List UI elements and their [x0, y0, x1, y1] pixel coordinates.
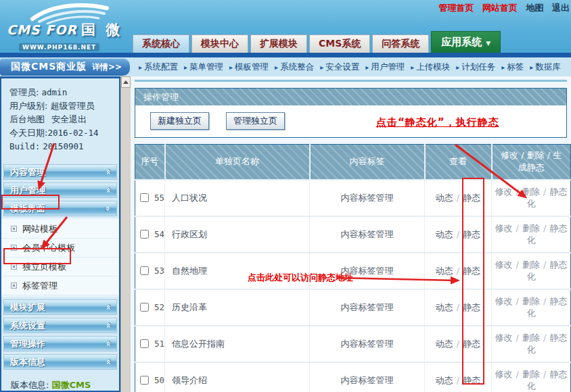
- delete-link[interactable]: 删除: [522, 296, 540, 306]
- edit-link[interactable]: 修改: [495, 223, 513, 233]
- safe-logout-link[interactable]: 安全退出: [51, 114, 87, 124]
- links-line: 后台地图安全退出: [9, 113, 115, 126]
- content-tag-link[interactable]: 内容标签管理: [341, 302, 394, 312]
- separator: /: [457, 302, 459, 312]
- manage-standalone-page-button[interactable]: 管理独立页: [226, 112, 285, 130]
- backend-map-link[interactable]: 后台地图: [9, 114, 45, 124]
- delete-link[interactable]: 删除: [522, 369, 540, 379]
- build-label: Build:: [9, 141, 40, 151]
- subnav-label: 安全设置: [325, 62, 359, 73]
- col-actions: 修改 / 删除 / 生成静态: [492, 145, 571, 180]
- content-tag-link[interactable]: 内容标签管理: [341, 339, 394, 349]
- edition-badge[interactable]: 国微CMS商业版 详情>>: [0, 58, 130, 76]
- table-body: 55 人口状况 内容标签管理 动态/静态 修改/删除/静态化 54 行政区划 内…: [135, 180, 571, 392]
- sidebar-menu-admin-ops[interactable]: 管理操作 »: [3, 336, 117, 351]
- new-standalone-page-button[interactable]: 新建独立页: [150, 112, 209, 130]
- tab-app-system[interactable]: 应用系统▼: [431, 31, 501, 53]
- sidebar-menu-users[interactable]: 用户管理 »: [3, 182, 117, 198]
- page-name: 信息公开指南: [165, 326, 310, 362]
- tab-qa-system[interactable]: 问答系统: [372, 34, 429, 53]
- row-checkbox[interactable]: [140, 193, 149, 202]
- submenu-tag-manage[interactable]: 标签管理: [1, 276, 119, 295]
- view-static-link[interactable]: 静态: [463, 229, 480, 239]
- sidebar-menu-version-info[interactable]: 版本信息 »: [3, 354, 117, 370]
- edit-link[interactable]: 修改: [495, 333, 513, 343]
- menu-label: 模板界面: [10, 203, 45, 215]
- view-dynamic-link[interactable]: 动态: [436, 266, 453, 276]
- site-home-link[interactable]: 网站首页: [482, 3, 518, 13]
- content-tag-link[interactable]: 内容标签管理: [341, 229, 394, 239]
- scroll-up-button[interactable]: [121, 76, 131, 88]
- subnav-label: 上传模块: [416, 62, 450, 73]
- sidebar-menu-content[interactable]: 内容管理 »: [3, 164, 117, 180]
- subnav-user-manage[interactable]: ▸用户管理: [365, 62, 405, 73]
- subnav-upload-module[interactable]: ▸上传模块: [411, 62, 450, 73]
- subnav-label: 系统整合: [280, 62, 314, 73]
- row-number: 51: [154, 339, 164, 349]
- triangle-icon: ▸: [456, 64, 459, 71]
- subnav-menu-manage[interactable]: ▸菜单管理: [184, 62, 223, 73]
- edit-link[interactable]: 修改: [495, 187, 513, 197]
- subnav-template-manage[interactable]: ▸模板管理: [229, 62, 269, 73]
- edit-link[interactable]: 修改: [495, 260, 513, 270]
- delete-link[interactable]: 删除: [522, 187, 540, 197]
- edition-detail-link[interactable]: 详情>>: [92, 62, 122, 73]
- level-value: 超级管理员: [51, 101, 95, 111]
- bullet-square-icon: [11, 264, 17, 270]
- view-dynamic-link[interactable]: 动态: [436, 339, 453, 349]
- tab-module-center[interactable]: 模块中心: [191, 34, 248, 53]
- view-static-link[interactable]: 静态: [463, 193, 480, 203]
- view-static-link[interactable]: 静态: [463, 302, 480, 312]
- subnav-label: 模板管理: [235, 62, 269, 73]
- admin-home-link[interactable]: 管理首页: [438, 3, 474, 13]
- separator: /: [457, 375, 459, 385]
- row-checkbox[interactable]: [140, 303, 149, 312]
- edit-link[interactable]: 修改: [495, 369, 513, 379]
- view-static-link[interactable]: 静态: [463, 339, 480, 349]
- subnav-tags[interactable]: ▸标签: [501, 62, 524, 73]
- view-dynamic-link[interactable]: 动态: [436, 302, 453, 312]
- sitemap-link[interactable]: 地图: [526, 3, 543, 13]
- view-static-link[interactable]: 静态: [463, 266, 480, 276]
- tab-extension-module[interactable]: 扩展模块: [250, 34, 307, 53]
- content-tag-link[interactable]: 内容标签管理: [341, 193, 394, 203]
- col-page-name: 单独页名称: [165, 145, 310, 180]
- view-dynamic-link[interactable]: 动态: [436, 375, 453, 385]
- view-dynamic-link[interactable]: 动态: [436, 193, 453, 203]
- divider-bar: [0, 53, 571, 57]
- caret-down-icon: ▼: [486, 40, 490, 47]
- submenu-member-template[interactable]: 会员中心模板: [1, 239, 119, 258]
- sub-nav: 国微CMS商业版 详情>> ▸系统配置 ▸菜单管理 ▸模板管理 ▸系统整合 ▸安…: [0, 57, 571, 76]
- delete-link[interactable]: 删除: [522, 260, 540, 270]
- body-row: 管理员: admin 用户级别: 超级管理员 后台地图安全退出 今天日期:201…: [0, 76, 571, 392]
- row-checkbox[interactable]: [140, 230, 149, 239]
- view-static-link[interactable]: 静态: [463, 375, 480, 385]
- subnav-security-settings[interactable]: ▸安全设置: [320, 62, 359, 73]
- sidebar-menu-system-settings[interactable]: 系统设置 »: [3, 318, 117, 333]
- view-dynamic-link[interactable]: 动态: [436, 229, 453, 239]
- subnav-system-config[interactable]: ▸系统配置: [139, 62, 178, 73]
- edit-link[interactable]: 修改: [495, 296, 513, 306]
- subnav-system-integrate[interactable]: ▸系统整合: [275, 62, 314, 73]
- submenu-site-template[interactable]: 网站模板: [1, 220, 119, 239]
- separator: /: [516, 260, 519, 270]
- tab-system-core[interactable]: 系统核心: [133, 34, 189, 53]
- logo-site-url: WWW.PHP168.NET: [19, 43, 99, 51]
- sidebar-scrollbar[interactable]: [120, 76, 131, 392]
- row-checkbox[interactable]: [140, 376, 149, 385]
- sidebar-menu-template[interactable]: 模板界面 »: [3, 201, 117, 216]
- row-checkbox[interactable]: [140, 266, 149, 275]
- tab-cms-system[interactable]: CMS系统: [309, 34, 370, 53]
- content-tag-link[interactable]: 内容标签管理: [341, 375, 394, 385]
- sidebar-menu-module-ext[interactable]: 模块扩展 »: [3, 299, 117, 315]
- logout-link[interactable]: 退出: [552, 3, 570, 13]
- submenu-standalone-template[interactable]: 独立页模板: [1, 258, 119, 276]
- table-head: 序号 单独页名称 内容标签 查看 修改 / 删除 / 生成静态: [135, 145, 571, 180]
- delete-link[interactable]: 删除: [522, 223, 540, 233]
- row-checkbox[interactable]: [140, 339, 149, 348]
- delete-link[interactable]: 删除: [522, 333, 540, 343]
- subnav-cron-task[interactable]: ▸计划任务: [456, 62, 495, 73]
- content-tag-link[interactable]: 内容标签管理: [341, 266, 394, 276]
- main-tabs: 系统核心 模块中心 扩展模块 CMS系统 问答系统 应用系统▼: [133, 31, 503, 53]
- subnav-database[interactable]: ▸数据库: [530, 62, 561, 73]
